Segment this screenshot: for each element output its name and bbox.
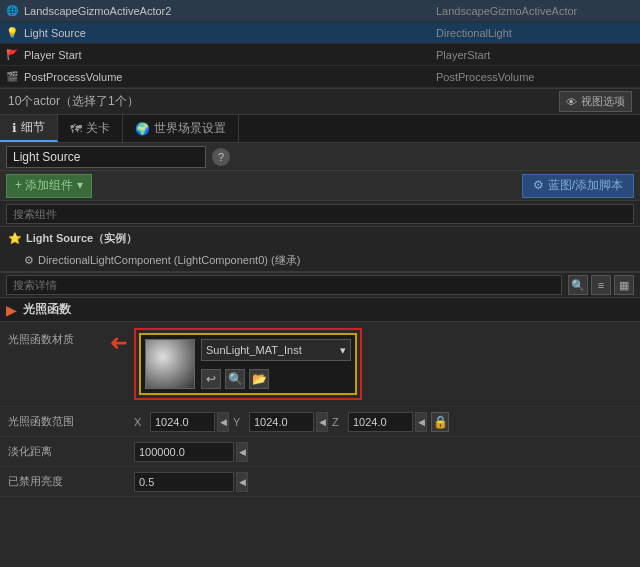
x-input[interactable] — [150, 412, 215, 432]
landscape-icon: 🌐 — [4, 3, 20, 19]
component-tree: ⭐ Light Source（实例） ⚙ DirectionalLightCom… — [0, 227, 640, 272]
section-collapse-arrow: ▶ — [6, 302, 17, 318]
light-function-section-header[interactable]: ▶ 光照函数 — [0, 298, 640, 322]
disabled-brightness-row: 已禁用亮度 ◀ — [0, 467, 640, 497]
details-tab-icon: ℹ — [12, 121, 17, 135]
postprocess-icon: 🎬 — [4, 69, 20, 85]
x-input-group: X ◀ — [134, 412, 229, 432]
add-component-button[interactable]: + 添加组件 ▾ — [6, 174, 92, 198]
view-options-label: 视图选项 — [581, 94, 625, 109]
z-spin-button[interactable]: ◀ — [415, 412, 427, 432]
actor-row-player-start[interactable]: 🚩 Player Start PlayerStart — [0, 44, 640, 66]
tab-level[interactable]: 🗺 关卡 — [58, 115, 123, 142]
directional-light-icon: ⚙ — [24, 254, 34, 267]
actor-row-light-source[interactable]: 💡 Light Source DirectionalLight — [0, 22, 640, 44]
disabled-brightness-value: ◀ — [130, 470, 640, 494]
light-function-section-title: 光照函数 — [23, 301, 71, 318]
z-label: Z — [332, 416, 346, 428]
level-tab-label: 关卡 — [86, 120, 110, 137]
actor-type: LandscapeGizmoActiveActor — [436, 5, 636, 17]
material-open-button[interactable]: 📂 — [249, 369, 269, 389]
dropdown-arrow-icon: ▾ — [340, 344, 346, 357]
grid-view-icon[interactable]: ▦ — [614, 275, 634, 295]
component-tree-child-label: DirectionalLightComponent (LightComponen… — [38, 253, 300, 268]
material-name-dropdown[interactable]: SunLight_MAT_Inst ▾ — [201, 339, 351, 361]
actor-type-player-start: PlayerStart — [436, 49, 636, 61]
component-name-bar: ? — [0, 143, 640, 171]
search-details-search-icon[interactable]: 🔍 — [568, 275, 588, 295]
material-thumbnail[interactable] — [145, 339, 195, 389]
help-icon[interactable]: ? — [212, 148, 230, 166]
actor-name-postprocess: PostProcessVolume — [24, 71, 436, 83]
world-settings-icon: 🌍 — [135, 122, 150, 136]
world-settings-label: 世界场景设置 — [154, 120, 226, 137]
x-label: X — [134, 416, 148, 428]
x-spin-button[interactable]: ◀ — [217, 412, 229, 432]
component-tree-root-label: Light Source（实例） — [26, 231, 137, 246]
material-back-button[interactable]: ↩ — [201, 369, 221, 389]
material-property-row: ➜ 光照函数材质 SunLight_MAT_Inst ▾ ↩ 🔍 📂 — [0, 322, 640, 407]
material-info-col: SunLight_MAT_Inst ▾ ↩ 🔍 📂 — [201, 339, 351, 389]
xyz-row: X ◀ Y ◀ Z ◀ 🔒 — [134, 412, 449, 432]
component-name-input[interactable] — [6, 146, 206, 168]
fade-distance-value: ◀ — [130, 440, 640, 464]
search-component-input[interactable] — [6, 204, 634, 224]
material-slot-highlight: SunLight_MAT_Inst ▾ ↩ 🔍 📂 — [134, 328, 362, 400]
search-component-row — [0, 201, 640, 227]
component-tree-root[interactable]: ⭐ Light Source（实例） — [0, 227, 640, 249]
list-view-icon[interactable]: ≡ — [591, 275, 611, 295]
disabled-brightness-label: 已禁用亮度 — [0, 474, 130, 489]
material-search-button[interactable]: 🔍 — [225, 369, 245, 389]
fade-distance-label: 淡化距离 — [0, 444, 130, 459]
scale-property-row: 光照函数范围 X ◀ Y ◀ Z ◀ 🔒 — [0, 407, 640, 437]
actor-count-bar: 10个actor（选择了1个） 👁 视图选项 — [0, 89, 640, 115]
y-spin-button[interactable]: ◀ — [316, 412, 328, 432]
scale-property-value: X ◀ Y ◀ Z ◀ 🔒 — [130, 410, 640, 434]
blueprint-label: ⚙ 蓝图/添加脚本 — [533, 177, 623, 194]
tab-bar: ℹ 细节 🗺 关卡 🌍 世界场景设置 — [0, 115, 640, 143]
fade-distance-row: 淡化距离 ◀ — [0, 437, 640, 467]
material-property-label: 光照函数材质 — [0, 326, 130, 347]
actor-name-player-start: Player Start — [24, 49, 436, 61]
disabled-brightness-input[interactable] — [134, 472, 234, 492]
toolbar-row: + 添加组件 ▾ ⚙ 蓝图/添加脚本 — [0, 171, 640, 201]
fade-distance-input-group: ◀ — [134, 442, 248, 462]
eye-icon: 👁 — [566, 96, 577, 108]
blueprint-button[interactable]: ⚙ 蓝图/添加脚本 — [522, 174, 634, 198]
properties-section: ▶ 光照函数 ➜ 光照函数材质 SunLight_MAT_Inst ▾ ↩ — [0, 298, 640, 497]
y-input[interactable] — [249, 412, 314, 432]
actor-name: LandscapeGizmoActiveActor2 — [24, 5, 436, 17]
lock-button[interactable]: 🔒 — [431, 412, 449, 432]
material-action-row: ↩ 🔍 📂 — [201, 369, 351, 389]
fade-distance-spin-button[interactable]: ◀ — [236, 442, 248, 462]
material-name-label: SunLight_MAT_Inst — [206, 344, 302, 356]
level-tab-icon: 🗺 — [70, 122, 82, 136]
search-details-input[interactable] — [6, 275, 562, 295]
add-component-label: + 添加组件 ▾ — [15, 177, 83, 194]
actor-row[interactable]: 🌐 LandscapeGizmoActiveActor2 LandscapeGi… — [0, 0, 640, 22]
light-source-icon: 💡 — [4, 25, 20, 41]
z-input-group: Z ◀ — [332, 412, 427, 432]
material-slot: SunLight_MAT_Inst ▾ ↩ 🔍 📂 — [139, 333, 357, 395]
tab-details[interactable]: ℹ 细节 — [0, 115, 58, 142]
fade-distance-input[interactable] — [134, 442, 234, 462]
light-source-tree-icon: ⭐ — [8, 232, 22, 245]
y-label: Y — [233, 416, 247, 428]
view-icons: 🔍 ≡ ▦ — [568, 275, 634, 295]
view-options-button[interactable]: 👁 视图选项 — [559, 91, 632, 112]
actor-name-light-source: Light Source — [24, 27, 436, 39]
disabled-brightness-input-group: ◀ — [134, 472, 248, 492]
actor-type-postprocess: PostProcessVolume — [436, 71, 636, 83]
component-tree-child[interactable]: ⚙ DirectionalLightComponent (LightCompon… — [0, 249, 640, 271]
disabled-brightness-spin-button[interactable]: ◀ — [236, 472, 248, 492]
actor-row-postprocess[interactable]: 🎬 PostProcessVolume PostProcessVolume — [0, 66, 640, 88]
y-input-group: Y ◀ — [233, 412, 328, 432]
material-property-value: SunLight_MAT_Inst ▾ ↩ 🔍 📂 — [130, 326, 640, 402]
scale-property-label: 光照函数范围 — [0, 414, 130, 429]
tab-world-settings[interactable]: 🌍 世界场景设置 — [123, 115, 239, 142]
details-tab-label: 细节 — [21, 119, 45, 136]
actor-list: 🌐 LandscapeGizmoActiveActor2 LandscapeGi… — [0, 0, 640, 89]
actor-count-text: 10个actor（选择了1个） — [8, 93, 139, 110]
search-details-row: 🔍 ≡ ▦ — [0, 272, 640, 298]
z-input[interactable] — [348, 412, 413, 432]
